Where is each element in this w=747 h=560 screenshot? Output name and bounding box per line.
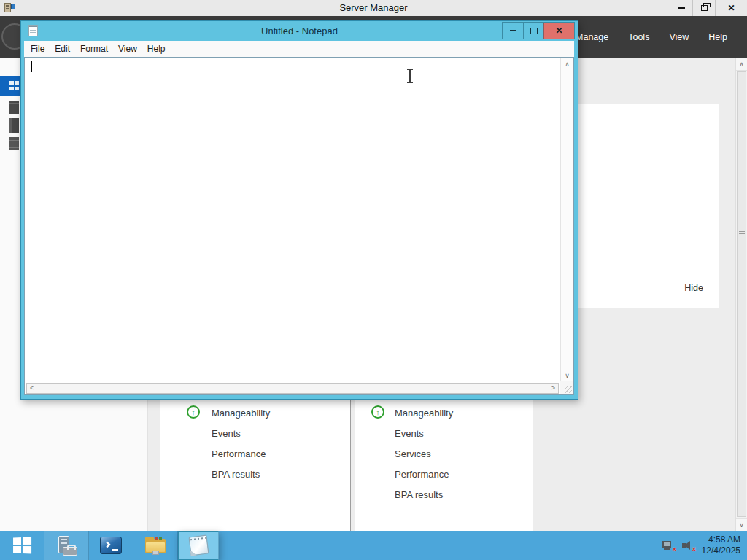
- scroll-up-icon[interactable]: ∧: [561, 58, 573, 70]
- hide-button[interactable]: Hide: [684, 283, 703, 293]
- notepad-client-area: ∧ ∨ < >: [24, 57, 574, 395]
- sm-close-button[interactable]: ✕: [715, 0, 747, 16]
- text-caret: [31, 61, 32, 72]
- server-manager-icon: [55, 535, 77, 556]
- scroll-down-icon[interactable]: ∨: [736, 518, 747, 531]
- menu-manage[interactable]: Manage: [576, 32, 608, 42]
- tile-divider: [533, 400, 533, 531]
- minimize-icon: [510, 30, 516, 31]
- notepad-menu-format[interactable]: Format: [75, 44, 113, 54]
- tile-link-performance[interactable]: Performance: [212, 448, 266, 461]
- notepad-vertical-scrollbar[interactable]: ∧ ∨: [560, 58, 573, 381]
- network-status-icon[interactable]: ✕: [662, 540, 676, 551]
- clock-time: 4:58 AM: [702, 534, 740, 545]
- tile-divider: [350, 400, 351, 531]
- file-explorer-icon: [144, 537, 166, 555]
- powershell-icon: [100, 537, 122, 554]
- windows-logo-icon: [13, 537, 31, 553]
- notepad-icon: [188, 535, 209, 556]
- notepad-horizontal-scrollbar[interactable]: < >: [25, 381, 560, 394]
- scrollbar-thumb[interactable]: [737, 71, 746, 517]
- desktop: Server Manager ✕ Manage Tools View Help …: [0, 0, 747, 560]
- dashboard-tile-1: ↑ Manageability Events Performance BPA r…: [160, 400, 350, 531]
- tile-link-manageability[interactable]: Manageability: [395, 407, 453, 420]
- scroll-right-icon[interactable]: >: [551, 384, 555, 392]
- network-error-badge: ✕: [672, 546, 677, 553]
- dashboard-icon: [9, 81, 19, 90]
- notepad-menu-file[interactable]: File: [26, 44, 50, 54]
- tile-link-performance[interactable]: Performance: [395, 468, 449, 481]
- notepad-titlebar[interactable]: Untitled - Notepad ✕: [21, 21, 578, 41]
- taskbar-powershell-button[interactable]: [89, 531, 133, 560]
- dashboard-tile-2: ↑ Manageability Events Services Performa…: [355, 400, 533, 531]
- file-storage-services-icon[interactable]: [9, 137, 19, 150]
- menu-help[interactable]: Help: [708, 32, 727, 42]
- menu-tools[interactable]: Tools: [628, 32, 649, 42]
- sm-minimize-button[interactable]: [670, 0, 692, 16]
- server-manager-menubar: Manage Tools View Help: [576, 16, 727, 58]
- notepad-menu-edit[interactable]: Edit: [50, 44, 75, 54]
- notepad-window: Untitled - Notepad ✕ File Edit Format Vi…: [20, 20, 578, 400]
- restore-icon: [701, 5, 708, 11]
- resize-grip[interactable]: [560, 381, 573, 394]
- ibeam-cursor: [406, 69, 414, 83]
- notepad-window-title: Untitled - Notepad: [21, 26, 578, 36]
- clock-date: 12/4/2025: [702, 545, 740, 556]
- notepad-menu-help[interactable]: Help: [142, 44, 171, 54]
- tile-divider: [716, 400, 716, 531]
- tile-link-events[interactable]: Events: [395, 427, 424, 440]
- local-server-icon[interactable]: [9, 101, 19, 114]
- notepad-menubar: File Edit Format View Help: [24, 41, 574, 57]
- server-manager-window-title: Server Manager: [0, 2, 747, 13]
- maximize-icon: [530, 28, 538, 34]
- tile-link-manageability[interactable]: Manageability: [212, 407, 270, 420]
- menu-view[interactable]: View: [669, 32, 689, 42]
- volume-icon[interactable]: ✕: [682, 540, 695, 551]
- taskbar-clock[interactable]: 4:58 AM 12/4/2025: [702, 534, 743, 556]
- status-up-icon: ↑: [371, 405, 384, 419]
- tile-link-bpa-results[interactable]: BPA results: [395, 489, 443, 502]
- notepad-minimize-button[interactable]: [503, 23, 523, 39]
- welcome-tile: Hide: [578, 104, 719, 308]
- system-tray: ✕ ✕ 4:58 AM 12/4/2025: [662, 531, 743, 560]
- all-servers-icon[interactable]: [9, 118, 19, 133]
- taskbar: ✕ ✕ 4:58 AM 12/4/2025: [0, 531, 747, 560]
- notepad-maximize-button[interactable]: [523, 23, 543, 39]
- notepad-text-area[interactable]: [25, 58, 560, 381]
- taskbar-file-explorer-button[interactable]: [133, 531, 178, 560]
- scroll-up-icon[interactable]: ∧: [736, 58, 747, 71]
- notepad-menu-view[interactable]: View: [113, 44, 142, 54]
- taskbar-server-manager-button[interactable]: [44, 531, 89, 560]
- taskbar-notepad-button[interactable]: [178, 531, 219, 560]
- start-button[interactable]: [0, 531, 44, 560]
- scroll-down-icon[interactable]: ∨: [561, 369, 573, 381]
- minimize-icon: [678, 7, 685, 9]
- status-up-icon: ↑: [187, 405, 200, 419]
- scroll-left-icon[interactable]: <: [30, 384, 34, 392]
- tile-link-services[interactable]: Services: [395, 448, 431, 461]
- close-icon: ✕: [555, 26, 562, 36]
- server-manager-titlebar: Server Manager ✕: [0, 0, 747, 16]
- volume-error-badge: ✕: [692, 546, 697, 553]
- close-icon: ✕: [727, 3, 735, 13]
- scrollbar-grip: [739, 231, 745, 238]
- sm-restore-button[interactable]: [692, 0, 715, 16]
- notepad-close-button[interactable]: ✕: [543, 23, 574, 39]
- tile-link-bpa-results[interactable]: BPA results: [212, 468, 260, 481]
- tile-link-events[interactable]: Events: [212, 427, 241, 440]
- dashboard-scrollbar[interactable]: ∧ ∨: [735, 58, 747, 531]
